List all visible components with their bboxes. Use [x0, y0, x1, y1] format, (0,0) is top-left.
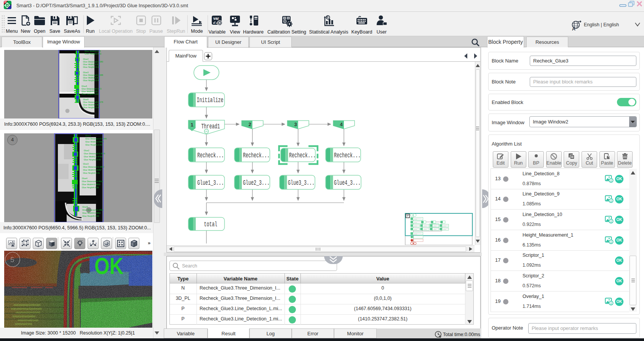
- svg-text:Glue Width3:0.4367: Glue Width3:0.4367: [83, 169, 102, 171]
- svg-text:30: 30: [288, 17, 290, 19]
- svg-text:Glue Height5:0.40: Glue Height5:0.40: [82, 215, 99, 217]
- svg-text:Glue3: Glue3: [83, 163, 89, 165]
- svg-text:Glue Height4:0.39: Glue Height4:0.39: [82, 186, 99, 189]
- svg-text:Glue4_3...: Glue4_3...: [334, 179, 361, 187]
- svg-text:Glue Distance2:0.080: Glue Distance2:0.080: [83, 61, 103, 63]
- svg-text:Glue2_3...: Glue2_3...: [243, 179, 270, 187]
- svg-text:Glue5: Glue5: [83, 98, 89, 101]
- svg-text:Glue2: Glue2: [84, 149, 89, 152]
- svg-text:Glue Distance2:0.0809: Glue Distance2:0.0809: [84, 152, 105, 155]
- svg-text:Glue2: Glue2: [83, 58, 89, 60]
- svg-text:Glue Height5:0.41: Glue Height5:0.41: [83, 106, 100, 109]
- svg-text:Glue Height1:0.42: Glue Height1:0.42: [85, 144, 102, 146]
- svg-text:Glue Height4:0.40: Glue Height4:0.40: [81, 93, 98, 95]
- svg-text:Glue Width2:0.52: Glue Width2:0.52: [83, 63, 99, 66]
- svg-text:Glue Width5:0.48: Glue Width5:0.48: [83, 104, 99, 106]
- svg-text:X: X: [95, 242, 97, 245]
- svg-text:Glue Distance3:0.088: Glue Distance3:0.088: [83, 74, 103, 76]
- svg-text:Glue Width4:0.52: Glue Width4:0.52: [81, 90, 98, 93]
- svg-text:Z: Z: [89, 243, 91, 245]
- svg-text:total: total: [204, 221, 217, 229]
- svg-text:S3: S3: [5, 1, 7, 3]
- svg-text:30: 30: [284, 17, 286, 19]
- svg-text:Glue Distance5:0.078: Glue Distance5:0.078: [83, 101, 103, 103]
- svg-text:Glue5: Glue5: [82, 206, 88, 208]
- svg-text:Glue1: Glue1: [85, 134, 91, 137]
- svg-text:Y: Y: [94, 240, 95, 242]
- svg-text:Glue Height3:0.41: Glue Height3:0.41: [83, 79, 100, 82]
- svg-text:Glue4: Glue4: [82, 177, 88, 179]
- svg-text:Glue Distance4:0.0611: Glue Distance4:0.0611: [82, 180, 103, 183]
- svg-text:Glue Width5:0.4862: Glue Width5:0.4862: [82, 212, 101, 214]
- svg-text:Glue Height2:0.43: Glue Height2:0.43: [84, 158, 101, 161]
- svg-text:Glue Width2:0.4759: Glue Width2:0.4759: [84, 155, 102, 158]
- svg-text:Glue Distance3:0.0802: Glue Distance3:0.0802: [83, 166, 104, 168]
- svg-text:Glue Distance5:0.0926: Glue Distance5:0.0926: [82, 209, 104, 211]
- svg-text:Glue3: Glue3: [83, 71, 89, 74]
- svg-text:Recheck...: Recheck...: [197, 152, 224, 160]
- svg-text:OK: OK: [94, 253, 123, 279]
- svg-text:Glue Height2:0.39: Glue Height2:0.39: [83, 66, 100, 68]
- svg-text:Glue Height3:0.41: Glue Height3:0.41: [83, 172, 100, 174]
- svg-text:Glue3_3...: Glue3_3...: [288, 179, 315, 187]
- svg-text:5: 5: [10, 256, 14, 264]
- svg-text:Glue Height1:0.42: Glue Height1:0.42: [85, 53, 101, 55]
- svg-text:Glue Width3:0.51: Glue Width3:0.51: [83, 77, 99, 79]
- svg-text:Glue1_3...: Glue1_3...: [197, 179, 224, 187]
- svg-text:A: A: [572, 26, 575, 31]
- svg-text:Recheck...: Recheck...: [243, 152, 270, 160]
- svg-text:Glue4: Glue4: [81, 85, 87, 87]
- svg-text:Glue Width1:0.49: Glue Width1:0.49: [85, 50, 101, 52]
- svg-text:Glue Width4:0.4803: Glue Width4:0.4803: [82, 183, 101, 186]
- svg-text:Recheck...: Recheck...: [334, 152, 361, 160]
- svg-text:Glue Width1:0.5408: Glue Width1:0.5408: [85, 141, 104, 143]
- svg-text:Glue Distance4:0.072: Glue Distance4:0.072: [81, 88, 102, 90]
- svg-text:Recheck...: Recheck...: [289, 152, 316, 160]
